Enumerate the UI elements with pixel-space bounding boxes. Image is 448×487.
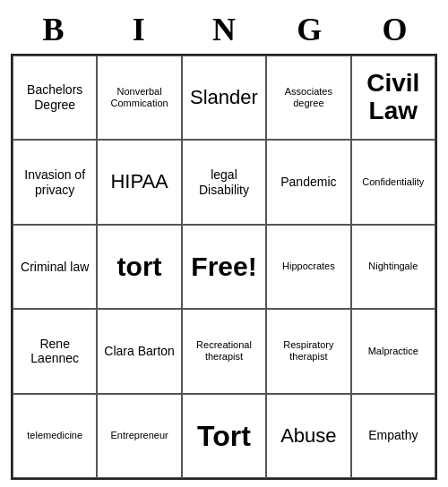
bingo-cell-6: HIPAA xyxy=(97,140,181,224)
bingo-cell-18: Respiratory therapist xyxy=(266,309,350,393)
bingo-cell-15: Rene Laennec xyxy=(13,309,97,393)
bingo-cell-13: Hippocrates xyxy=(266,225,350,309)
bingo-cell-23: Abuse xyxy=(266,394,350,478)
header-n: N xyxy=(181,7,266,52)
bingo-cell-2: Slander xyxy=(182,56,266,140)
bingo-cell-19: Malpractice xyxy=(351,309,435,393)
bingo-cell-5: Invasion of privacy xyxy=(13,140,97,224)
bingo-cell-17: Recreational therapist xyxy=(182,309,266,393)
bingo-cell-10: Criminal law xyxy=(13,225,97,309)
bingo-cell-0: Bachelors Degree xyxy=(13,56,97,140)
bingo-cell-14: Nightingale xyxy=(351,225,435,309)
bingo-cell-12: Free! xyxy=(182,225,266,309)
bingo-cell-16: Clara Barton xyxy=(97,309,181,393)
header-b: B xyxy=(11,7,96,52)
bingo-cell-8: Pandemic xyxy=(266,140,350,224)
bingo-cell-3: Associates degree xyxy=(266,56,350,140)
header-i: I xyxy=(96,7,181,52)
header-o: O xyxy=(352,7,437,52)
bingo-cell-24: Empathy xyxy=(351,394,435,478)
bingo-cell-11: tort xyxy=(97,225,181,309)
bingo-cell-20: telemedicine xyxy=(13,394,97,478)
bingo-cell-22: Tort xyxy=(182,394,266,478)
bingo-grid: Bachelors DegreeNonverbal CommicationSla… xyxy=(11,54,437,480)
bingo-cell-21: Entrepreneur xyxy=(97,394,181,478)
bingo-header: B I N G O xyxy=(11,7,437,52)
bingo-cell-9: Confidentiality xyxy=(351,140,435,224)
bingo-cell-1: Nonverbal Commication xyxy=(97,56,181,140)
header-g: G xyxy=(267,7,352,52)
bingo-cell-4: Civil Law xyxy=(351,56,435,140)
bingo-cell-7: legal Disability xyxy=(182,140,266,224)
